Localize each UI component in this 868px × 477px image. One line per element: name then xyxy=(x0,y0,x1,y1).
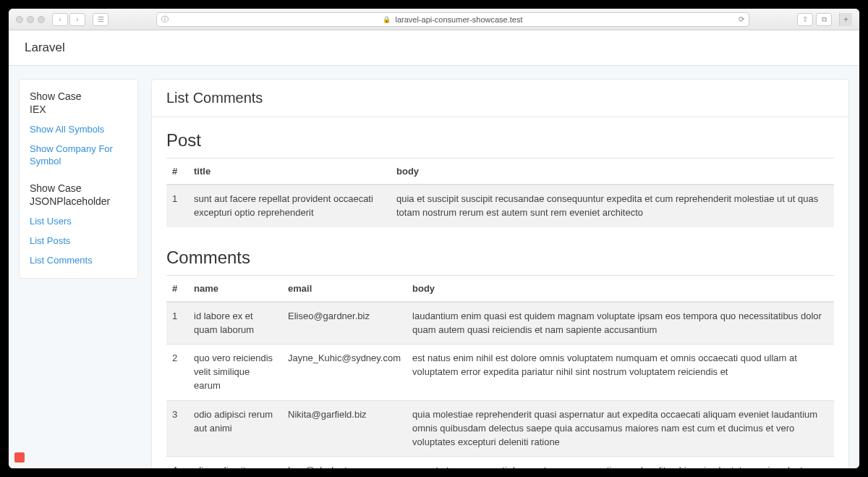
post-th-num: # xyxy=(166,159,188,185)
cell-num: 4 xyxy=(166,457,188,468)
cell-email: Nikita@garfield.biz xyxy=(282,400,407,457)
minimize-window-icon[interactable] xyxy=(27,16,34,23)
table-row: 1id labore ex et quam laborumEliseo@gard… xyxy=(166,302,834,345)
cell-name: id labore ex et quam laborum xyxy=(188,302,282,345)
sidebar-toggle-button[interactable]: ☰ xyxy=(93,13,109,26)
cm-th-name: name xyxy=(188,275,282,302)
cell-name: alias odio sit xyxy=(188,457,282,468)
cell-num: 1 xyxy=(166,302,188,345)
brand-link[interactable]: Laravel xyxy=(25,41,65,54)
cm-th-num: # xyxy=(166,275,188,302)
cm-th-email: email xyxy=(282,275,407,302)
close-window-icon[interactable] xyxy=(16,16,23,23)
cm-th-body: body xyxy=(407,275,834,302)
new-tab-button[interactable]: + xyxy=(839,13,852,26)
cell-email: Jayne_Kuhic@sydney.com xyxy=(282,345,407,401)
post-th-body: body xyxy=(391,159,834,185)
sidebar-link-list-posts[interactable]: List Posts xyxy=(20,232,137,251)
cell-num: 3 xyxy=(166,400,188,457)
cell-name: odio adipisci rerum aut animi xyxy=(188,400,282,457)
tabs-button[interactable]: ⧉ xyxy=(816,13,832,26)
url-text: laravel-api-consumer-showcase.test xyxy=(395,15,522,24)
table-row: 3odio adipisci rerum aut animiNikita@gar… xyxy=(166,400,834,457)
sidebar-link-show-company[interactable]: Show Company For Symbol xyxy=(20,140,137,172)
comments-table: # name email body 1id labore ex et quam … xyxy=(166,275,834,468)
address-bar[interactable]: ⓘ 🔒 laravel-api-consumer-showcase.test ⟳ xyxy=(156,12,749,27)
sidebar-link-list-users[interactable]: List Users xyxy=(20,212,137,232)
cell-body: quia molestiae reprehenderit quasi asper… xyxy=(407,400,834,457)
site-info-icon[interactable]: ⓘ xyxy=(161,14,169,25)
table-row: 2quo vero reiciendis velit similique ear… xyxy=(166,345,834,401)
sidebar-card: Show Case IEX Show All Symbols Show Comp… xyxy=(19,79,138,279)
reload-icon[interactable]: ⟳ xyxy=(739,15,744,23)
comments-heading: Comments xyxy=(166,248,834,268)
window-controls xyxy=(16,16,45,23)
cell-body: non et atque occaecati deserunt quas acc… xyxy=(407,457,834,468)
laravel-debug-icon[interactable] xyxy=(14,452,25,463)
cell-body: quia et suscipit suscipit recusandae con… xyxy=(391,185,834,227)
browser-toolbar: ‹ › ☰ ⓘ 🔒 laravel-api-consumer-showcase.… xyxy=(9,9,859,30)
cell-title: sunt aut facere repellat provident occae… xyxy=(188,185,391,227)
sidebar-link-list-comments[interactable]: List Comments xyxy=(20,251,137,271)
cell-body: laudantium enim quasi est quidem magnam … xyxy=(407,302,834,345)
sidebar-group-jsonplaceholder: Show Case JSONPlaceholder xyxy=(20,179,137,212)
table-row: 4alias odio sitLew@alysha.tvnon et atque… xyxy=(166,457,834,468)
lock-icon: 🔒 xyxy=(383,16,391,23)
post-th-title: title xyxy=(188,159,391,185)
table-row: 1sunt aut facere repellat provident occa… xyxy=(166,185,834,227)
cell-email: Eliseo@gardner.biz xyxy=(282,302,407,345)
cell-email: Lew@alysha.tv xyxy=(282,457,407,468)
sidebar-group-iex: Show Case IEX xyxy=(20,87,137,120)
back-button[interactable]: ‹ xyxy=(52,13,68,26)
post-table: # title body 1sunt aut facere repellat p… xyxy=(166,158,834,227)
cell-name: quo vero reiciendis velit similique earu… xyxy=(188,345,282,401)
cell-num: 1 xyxy=(166,185,188,227)
sidebar-link-show-all-symbols[interactable]: Show All Symbols xyxy=(20,120,137,140)
post-heading: Post xyxy=(166,130,834,151)
app-navbar: Laravel xyxy=(9,30,859,66)
cell-body: est natus enim nihil est dolore omnis vo… xyxy=(407,345,834,401)
zoom-window-icon[interactable] xyxy=(38,16,45,23)
main-card: List Comments Post # title body xyxy=(151,79,849,468)
forward-button[interactable]: › xyxy=(69,13,85,26)
cell-num: 2 xyxy=(166,345,188,401)
share-button[interactable]: ⇪ xyxy=(797,13,813,26)
page-title: List Comments xyxy=(152,80,848,117)
